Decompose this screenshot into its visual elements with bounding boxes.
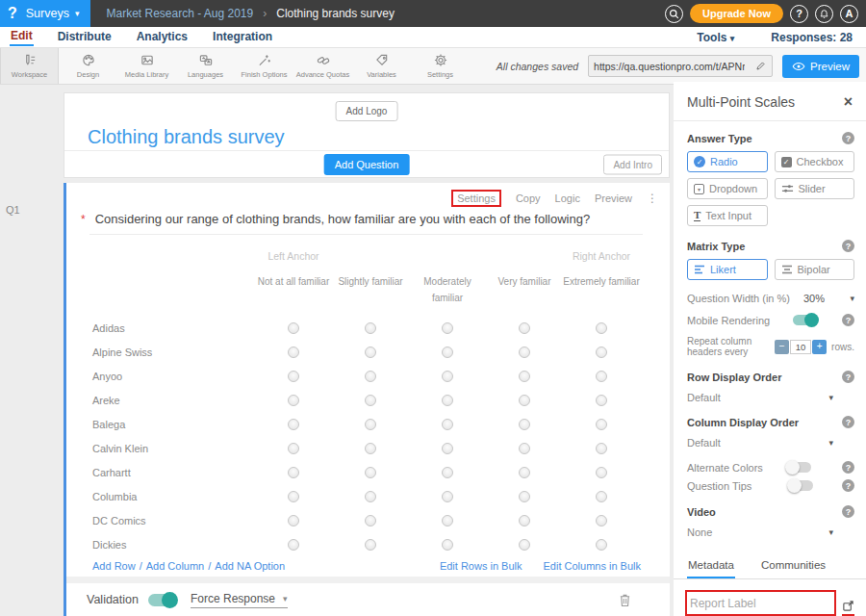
responses-count[interactable]: Responses: 28 [771,31,853,44]
add-question-button[interactable]: Add Question [324,154,410,175]
help-icon[interactable]: ? [842,132,854,144]
radio-option[interactable] [596,467,607,478]
radio-option[interactable] [596,322,607,334]
radio-option[interactable] [519,443,530,454]
decrement-button[interactable]: − [775,340,789,354]
column-header[interactable]: Very familiar [486,273,563,290]
help-icon[interactable]: ? [842,371,854,383]
radio-option[interactable] [442,467,453,478]
column-header[interactable]: Slightly familiar [332,273,409,290]
answer-type-text-input[interactable]: T Text Input [687,205,768,226]
radio-option[interactable] [519,539,530,551]
radio-option[interactable] [596,419,607,430]
row-label[interactable]: Anyoo [66,371,255,382]
matrix-type-likert[interactable]: Likert [687,259,768,280]
toolbar-item-advance-quotas[interactable]: Advance Quotas [293,48,352,84]
radio-option[interactable] [596,371,607,382]
report-label-input[interactable] [690,597,831,610]
help-icon[interactable]: ? [842,505,854,518]
toolbar-item-variables[interactable]: Variables [352,48,411,84]
radio-option[interactable] [442,322,453,334]
radio-option[interactable] [442,443,453,454]
toolbar-item-settings[interactable]: Settings [411,48,470,84]
radio-option[interactable] [596,491,607,502]
row-label[interactable]: Carhartt [66,467,255,478]
radio-option[interactable] [365,371,376,382]
radio-option[interactable] [442,539,453,551]
radio-option[interactable] [596,515,607,526]
radio-option[interactable] [288,491,299,502]
column-header[interactable]: Moderately familiar [409,273,486,306]
radio-option[interactable] [365,395,376,406]
survey-title[interactable]: Clothing brands survey [88,126,285,148]
row-label[interactable]: Columbia [66,491,255,502]
row-label[interactable]: Adidas [66,322,255,334]
matrix-type-bipolar[interactable]: Bipolar [775,259,855,280]
close-icon[interactable]: × [844,94,853,110]
tab-distribute[interactable]: Distribute [57,29,113,45]
radio-option[interactable] [288,346,299,358]
question-logic-button[interactable]: Logic [555,192,580,204]
answer-type-checkbox[interactable]: ✓ Checkbox [775,151,855,172]
radio-option[interactable] [596,395,607,406]
row-label[interactable]: DC Comics [66,515,255,526]
help-button[interactable]: ? [790,5,808,23]
help-icon[interactable]: ? [842,461,854,474]
radio-option[interactable] [365,491,376,502]
radio-option[interactable] [442,491,453,502]
radio-option[interactable] [519,371,530,382]
question-width-value[interactable]: 30% [803,293,825,304]
toolbar-item-finish-options[interactable]: Finish Options [235,48,293,84]
radio-option[interactable] [596,443,607,454]
radio-option[interactable] [519,419,530,430]
video-select[interactable]: None ▾ [687,526,833,538]
add-row-link[interactable]: Add Row [92,560,136,572]
mobile-rendering-toggle[interactable] [793,315,818,325]
toolbar-item-workspace[interactable]: Workspace [0,48,59,84]
answer-type-dropdown[interactable]: ▾ Dropdown [687,178,768,199]
help-icon[interactable]: ? [842,240,854,252]
radio-option[interactable] [442,515,453,526]
answer-type-slider[interactable]: Slider [775,178,855,199]
radio-option[interactable] [596,539,607,551]
row-display-order-select[interactable]: Default ▾ [687,392,833,403]
chevron-down-icon[interactable]: ▾ [850,294,854,303]
row-label[interactable]: Areke [66,395,255,406]
alternate-colors-toggle[interactable] [786,462,811,473]
radio-option[interactable] [442,346,453,358]
surveys-menu[interactable]: ? Surveys ▾ [0,0,90,27]
survey-url-input[interactable] [589,61,750,72]
column-header[interactable]: Not at all familiar [255,273,332,290]
repeat-headers-input[interactable] [790,340,811,354]
add-column-link[interactable]: Add Column [146,560,205,572]
radio-option[interactable] [365,419,376,430]
add-logo-button[interactable]: Add Logo [336,101,398,121]
search-button[interactable] [665,5,683,23]
radio-option[interactable] [519,491,530,502]
radio-option[interactable] [519,467,530,478]
upgrade-now-button[interactable]: Upgrade Now [690,4,783,23]
radio-option[interactable] [442,419,453,430]
radio-option[interactable] [519,322,530,334]
breadcrumb-folder[interactable]: Market Research - Aug 2019 [106,7,253,20]
radio-option[interactable] [288,371,299,382]
tab-edit[interactable]: Edit [10,28,34,46]
help-icon[interactable]: ? [842,416,854,428]
preview-button[interactable]: Preview [782,55,859,78]
edit-url-button[interactable] [750,61,772,71]
row-label[interactable]: Dickies [66,539,255,551]
tab-communities[interactable]: Communities [760,551,827,578]
radio-option[interactable] [365,322,376,334]
question-text[interactable]: Considering our range of clothing brands… [95,212,591,226]
radio-option[interactable] [288,322,299,334]
radio-option[interactable] [288,467,299,478]
force-response-dropdown[interactable]: Force Response ▾ [191,592,288,608]
radio-option[interactable] [365,515,376,526]
radio-option[interactable] [596,346,607,358]
avatar[interactable]: A [840,5,858,23]
answer-type-radio[interactable]: ✓ Radio [687,151,768,172]
add-intro-button[interactable]: Add Intro [603,154,662,174]
tab-integration[interactable]: Integration [212,29,273,45]
tab-analytics[interactable]: Analytics [136,29,189,45]
question-settings-button[interactable]: Settings [451,190,501,207]
